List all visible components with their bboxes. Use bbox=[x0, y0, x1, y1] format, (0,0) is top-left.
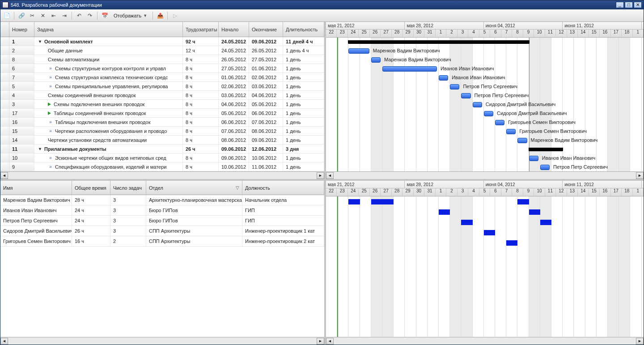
row-marker[interactable] bbox=[0, 82, 9, 90]
day-header[interactable]: 6 bbox=[490, 188, 501, 196]
row-marker[interactable] bbox=[0, 73, 9, 81]
cell-task[interactable]: Схемы подключения внешних проводок bbox=[34, 100, 183, 108]
day-header[interactable]: 13 bbox=[567, 188, 578, 196]
day-header[interactable]: 2 bbox=[446, 188, 457, 196]
redo-button[interactable]: ↷ bbox=[85, 11, 94, 20]
day-header[interactable]: 7 bbox=[501, 188, 512, 196]
task-row[interactable]: 6»Схемы структурные контуров контроля и … bbox=[0, 64, 324, 73]
summary-bar[interactable] bbox=[529, 148, 563, 151]
task-row[interactable]: 4Схемы соединений внешних проводок8 ч03.… bbox=[0, 91, 324, 100]
day-header[interactable]: 16 bbox=[600, 188, 610, 196]
run-button[interactable]: ▷ bbox=[170, 11, 179, 20]
day-header[interactable]: 12 bbox=[556, 30, 567, 37]
task-bar[interactable] bbox=[529, 156, 538, 161]
delete-button[interactable]: ✕ bbox=[38, 11, 47, 20]
row-marker[interactable] bbox=[0, 127, 9, 135]
day-header[interactable]: 29 bbox=[402, 188, 413, 196]
week-header[interactable]: мая 28, 2012 bbox=[405, 181, 483, 188]
day-header[interactable]: 26 bbox=[370, 188, 381, 196]
day-header[interactable]: 1 bbox=[633, 188, 644, 196]
row-marker[interactable] bbox=[0, 64, 9, 72]
resource-gantt-hscroll[interactable]: ◄ ► bbox=[326, 337, 644, 345]
task-row[interactable]: 8Схемы автоматизации8 ч26.05.201227.05.2… bbox=[0, 55, 324, 64]
col-start[interactable]: Начало bbox=[219, 22, 249, 37]
resource-row[interactable]: Сидоров Дмитрий Васильевич26 ч3СПП Архит… bbox=[0, 226, 324, 236]
col-dur[interactable]: Длительность bbox=[283, 22, 324, 37]
rcol-dept[interactable]: Отдел ▽ bbox=[146, 181, 242, 195]
row-marker[interactable] bbox=[0, 162, 9, 171]
day-header[interactable]: 1 bbox=[436, 188, 446, 196]
day-header[interactable]: 18 bbox=[622, 30, 632, 37]
task-bar[interactable] bbox=[382, 66, 437, 72]
row-marker[interactable] bbox=[0, 109, 9, 117]
day-header[interactable]: 16 bbox=[600, 30, 610, 37]
day-header[interactable]: 3 bbox=[458, 188, 468, 196]
task-row[interactable]: 11▾Прилагаемые документы26 ч09.06.201212… bbox=[0, 145, 324, 153]
day-header[interactable]: 5 bbox=[479, 30, 490, 37]
day-header[interactable]: 15 bbox=[589, 30, 600, 37]
cell-task[interactable]: Схемы автоматизации bbox=[34, 55, 183, 64]
gantt-hscroll[interactable]: ◄ ► bbox=[326, 171, 644, 179]
col-number[interactable]: Номер bbox=[9, 22, 34, 37]
day-header[interactable]: 3 bbox=[458, 30, 468, 37]
task-bar[interactable] bbox=[506, 129, 516, 134]
titlebar[interactable]: 548. Разработка рабочей документации _ □… bbox=[0, 0, 644, 9]
scroll-left-icon[interactable]: ◄ bbox=[0, 338, 8, 345]
day-header[interactable]: 4 bbox=[468, 30, 479, 37]
new-button[interactable]: 📄 bbox=[2, 11, 11, 20]
task-bar[interactable] bbox=[371, 57, 381, 63]
task-row[interactable]: 1▾Основной комплект92 ч24.05.201209.06.2… bbox=[0, 37, 324, 46]
week-header[interactable]: июня 11, 2012 bbox=[563, 181, 641, 188]
row-marker[interactable] bbox=[0, 37, 9, 46]
scroll-right-icon[interactable]: ► bbox=[636, 172, 644, 179]
day-header[interactable]: 1 bbox=[633, 30, 644, 37]
task-row[interactable]: 16»Таблицы подключения внешних проводок8… bbox=[0, 118, 324, 127]
day-header[interactable]: 31 bbox=[424, 188, 435, 196]
col-end[interactable]: Окончание bbox=[249, 22, 283, 37]
resource-row[interactable]: Маренков Вадим Викторович28 ч3Архитектур… bbox=[0, 195, 324, 205]
day-header[interactable]: 29 bbox=[402, 30, 413, 37]
day-header[interactable]: 17 bbox=[611, 30, 622, 37]
week-header[interactable]: мая 21, 2012 bbox=[326, 181, 405, 188]
cell-task[interactable]: ▾Основной комплект bbox=[34, 37, 183, 46]
cell-task[interactable]: »Эскизные чертежи общих видов нетиповых … bbox=[34, 153, 183, 162]
day-header[interactable]: 23 bbox=[337, 188, 347, 196]
week-header[interactable]: мая 21, 2012 bbox=[326, 22, 405, 29]
unlink-button[interactable]: ✂ bbox=[28, 11, 37, 20]
rcol-count[interactable]: Число задач bbox=[110, 181, 146, 195]
scroll-left-icon[interactable]: ◄ bbox=[0, 172, 8, 179]
day-header[interactable]: 28 bbox=[392, 30, 402, 37]
allocation-bar[interactable] bbox=[506, 240, 517, 246]
day-header[interactable]: 2 bbox=[446, 30, 457, 37]
day-header[interactable]: 6 bbox=[490, 30, 501, 37]
cell-task[interactable]: »Таблицы подключения внешних проводок bbox=[34, 118, 183, 126]
filter-icon[interactable]: ▽ bbox=[236, 185, 239, 190]
allocation-bar[interactable] bbox=[461, 220, 472, 225]
resource-row[interactable]: Иванов Иван Иванович24 ч3Бюро ГИПовГИП bbox=[0, 205, 324, 216]
indent-button[interactable]: ⇥ bbox=[60, 11, 69, 20]
cell-task[interactable]: Чертежи установки средств автоматизации bbox=[34, 136, 183, 144]
header-corner[interactable] bbox=[0, 22, 9, 37]
task-row[interactable]: 17Таблицы соединений внешних проводок8 ч… bbox=[0, 109, 324, 118]
cell-task[interactable]: ▾Прилагаемые документы bbox=[34, 145, 183, 153]
task-bar[interactable] bbox=[473, 102, 482, 107]
scroll-right-icon[interactable]: ► bbox=[317, 338, 324, 345]
day-header[interactable]: 27 bbox=[381, 30, 391, 37]
task-bar[interactable] bbox=[450, 84, 459, 89]
task-row[interactable]: 5»Схемы принципиальные управления, регул… bbox=[0, 82, 324, 91]
day-header[interactable]: 1 bbox=[436, 30, 446, 37]
calendar-button[interactable]: 📅 bbox=[100, 11, 109, 20]
week-header[interactable]: июня 04, 2012 bbox=[484, 22, 563, 29]
day-header[interactable]: 8 bbox=[512, 188, 523, 196]
collapse-icon[interactable]: ▾ bbox=[37, 39, 42, 44]
row-marker[interactable] bbox=[0, 118, 9, 126]
day-header[interactable]: 10 bbox=[534, 30, 545, 37]
day-header[interactable]: 28 bbox=[392, 188, 402, 196]
day-header[interactable]: 9 bbox=[523, 30, 534, 37]
task-row[interactable]: 2Общие данные12 ч24.05.201226.05.20121 д… bbox=[0, 46, 324, 55]
day-header[interactable]: 5 bbox=[479, 188, 490, 196]
day-header[interactable]: 24 bbox=[348, 188, 359, 196]
cell-task[interactable]: »Схемы структурные контуров контроля и у… bbox=[34, 64, 183, 72]
day-header[interactable]: 10 bbox=[534, 188, 545, 196]
gantt-body[interactable]: Маренков Вадим ВикторовичМаренков Вадим … bbox=[326, 38, 644, 171]
